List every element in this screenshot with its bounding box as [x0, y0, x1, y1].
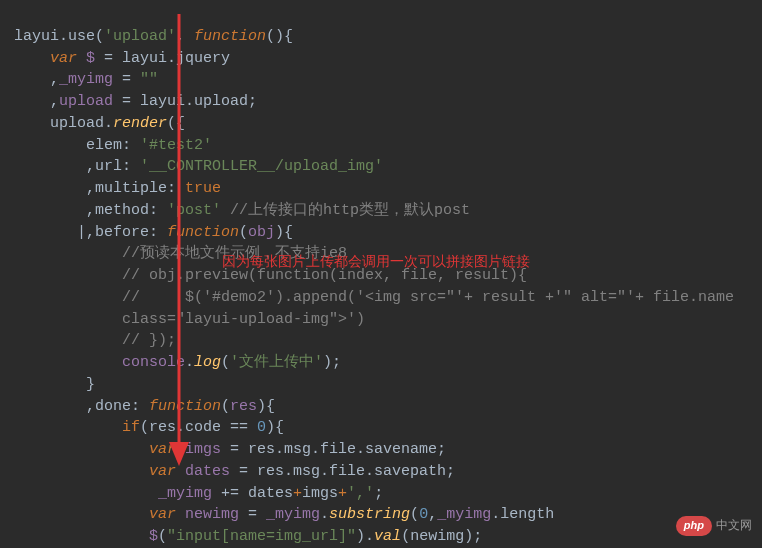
code-token: // }); — [14, 332, 176, 349]
code-token — [14, 485, 158, 502]
code-token: var — [14, 441, 185, 458]
code-token: '__CONTROLLER__/upload_img' — [140, 158, 383, 175]
code-token: var — [14, 506, 185, 523]
code-token: , — [428, 506, 437, 523]
code-token: var — [14, 50, 86, 67]
code-token: , — [14, 71, 59, 88]
code-token: _myimg — [437, 506, 491, 523]
code-token: ( — [239, 224, 248, 241]
watermark-text: 中文网 — [716, 517, 752, 534]
code-token: . — [320, 506, 329, 523]
code-token: ){ — [266, 419, 284, 436]
code-token: ({ — [167, 115, 185, 132]
code-token: _myimg — [158, 485, 212, 502]
code-token: } — [14, 376, 95, 393]
code-token: _myimg — [59, 71, 113, 88]
watermark: php 中文网 — [676, 516, 752, 536]
code-token: .use( — [59, 28, 104, 45]
code-token: //预读本地文件示例，不支持ie8 — [14, 245, 347, 262]
code-token: "input[name=img_url]" — [167, 528, 356, 545]
code-token: += dates — [212, 485, 293, 502]
watermark-badge: php — [676, 516, 712, 536]
code-token: function — [194, 28, 266, 45]
code-token: layui — [14, 28, 59, 45]
code-editor[interactable]: layui.use('upload', function(){ var $ = … — [0, 0, 762, 548]
code-token: ,multiple — [14, 180, 167, 197]
code-token: ,url — [14, 158, 122, 175]
code-token: newimg — [185, 506, 239, 523]
code-token: function — [149, 398, 221, 415]
code-token: _myimg — [266, 506, 320, 523]
code-token: '文件上传中' — [230, 354, 323, 371]
code-token: upload. — [14, 115, 113, 132]
code-token: : — [131, 398, 149, 415]
code-token: render — [113, 115, 167, 132]
code-token: : — [167, 180, 185, 197]
code-token: ). — [356, 528, 374, 545]
code-token: 0 — [419, 506, 428, 523]
code-token: .length — [491, 506, 554, 523]
code-token: log — [194, 354, 221, 371]
code-token: ; — [374, 485, 383, 502]
code-token: var — [14, 463, 185, 480]
code-token: 'upload' — [104, 28, 176, 45]
code-token: '#test2' — [140, 137, 212, 154]
code-token: 'post' — [167, 202, 230, 219]
code-token: = res.msg.file.savepath; — [230, 463, 455, 480]
code-token: $ — [86, 50, 95, 67]
code-token: ){ — [275, 224, 293, 241]
code-token: dates — [185, 463, 230, 480]
code-token: "" — [140, 71, 158, 88]
code-token: (res.code == — [140, 419, 257, 436]
code-token: ( — [410, 506, 419, 523]
code-token: substring — [329, 506, 410, 523]
code-token: ); — [323, 354, 341, 371]
code-token: imgs — [302, 485, 338, 502]
code-token: , — [176, 28, 194, 45]
code-token: elem — [14, 137, 122, 154]
code-token: ( — [221, 398, 230, 415]
code-token: : — [122, 158, 140, 175]
code-token: class="layui-upload-img">') — [14, 311, 365, 328]
code-token — [14, 528, 149, 545]
code-token: upload — [59, 93, 113, 110]
code-token: = — [113, 71, 140, 88]
code-token: if — [14, 419, 140, 436]
code-token: : — [149, 224, 167, 241]
code-token: console — [122, 354, 185, 371]
code-token: ,method — [14, 202, 149, 219]
code-token: function — [167, 224, 239, 241]
code-token: = — [239, 506, 266, 523]
code-token: (newimg); — [401, 528, 482, 545]
code-token: val — [374, 528, 401, 545]
code-token: imgs — [185, 441, 221, 458]
code-token: (){ — [266, 28, 293, 45]
code-token: // obj.preview(function(index, file, res… — [14, 267, 527, 284]
code-token: : — [122, 137, 140, 154]
code-token: : — [149, 202, 167, 219]
code-token: . — [185, 354, 194, 371]
code-token: ,done — [14, 398, 131, 415]
code-token: = res.msg.file.savename; — [221, 441, 446, 458]
code-token: |,before — [14, 224, 149, 241]
code-token: ){ — [257, 398, 275, 415]
code-token: res — [230, 398, 257, 415]
code-token: 0 — [257, 419, 266, 436]
code-token: = layui.jquery — [95, 50, 230, 67]
code-token — [14, 354, 122, 371]
code-token: ( — [221, 354, 230, 371]
code-token: true — [185, 180, 221, 197]
code-token: // $('#demo2').append('<img src="'+ resu… — [14, 289, 743, 306]
code-token: = layui.upload; — [113, 93, 257, 110]
code-token: + — [338, 485, 347, 502]
code-token: , — [14, 93, 59, 110]
code-token: ',' — [347, 485, 374, 502]
code-token: //上传接口的http类型，默认post — [230, 202, 470, 219]
code-token: $ — [149, 528, 158, 545]
code-token: + — [293, 485, 302, 502]
code-token: obj — [248, 224, 275, 241]
code-token: ( — [158, 528, 167, 545]
